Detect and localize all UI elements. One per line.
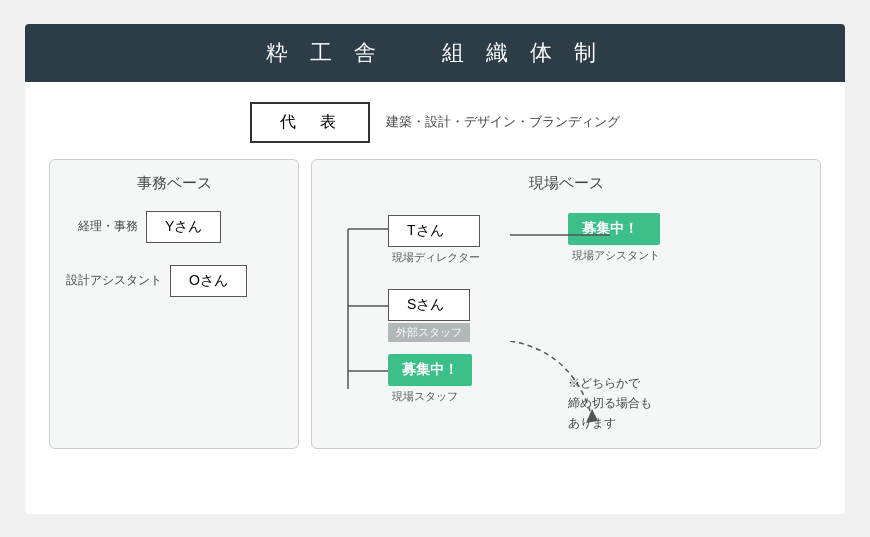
- node-recruit-field: 募集中！ 現場スタッフ: [388, 354, 472, 404]
- node-s: Sさん 外部スタッフ: [388, 289, 470, 342]
- right-content: Tさん 現場ディレクター Sさん 外部スタッフ 募集中！ 現場スタッフ: [328, 211, 804, 434]
- left-namebox-1: Oさん: [170, 265, 247, 297]
- content-area: 代 表 建築・設計・デザイン・ブランディング 事務ベース 経理・事務 Yさん 設…: [25, 82, 845, 465]
- node-t-name: Tさん: [388, 215, 480, 247]
- right-panel-title: 現場ベース: [328, 174, 804, 193]
- node-s-name: Sさん: [388, 289, 470, 321]
- node-recruit-field-label: 募集中！: [388, 354, 472, 386]
- left-item-1: 設計アシスタント Oさん: [66, 265, 282, 297]
- svg-marker-5: [586, 409, 598, 423]
- node-t: Tさん 現場ディレクター: [388, 215, 480, 265]
- node-t-sub: 現場ディレクター: [388, 250, 480, 265]
- left-label-0: 経理・事務: [66, 218, 138, 235]
- daihyo-desc: 建築・設計・デザイン・ブランディング: [386, 113, 620, 131]
- right-panel: 現場ベース: [311, 159, 821, 449]
- left-label-1: 設計アシスタント: [66, 272, 162, 289]
- left-panel: 事務ベース 経理・事務 Yさん 設計アシスタント Oさん: [49, 159, 299, 449]
- left-namebox-0: Yさん: [146, 211, 221, 243]
- node-recruit-field-sub: 現場スタッフ: [388, 389, 472, 404]
- panels-row: 事務ベース 経理・事務 Yさん 設計アシスタント Oさん 現場ベース: [49, 159, 821, 449]
- page-title: 粋 工 舎 組 織 体 制: [25, 24, 845, 82]
- left-panel-title: 事務ベース: [66, 174, 282, 193]
- top-row: 代 表 建築・設計・デザイン・ブランディング: [49, 98, 821, 147]
- left-item-0: 経理・事務 Yさん: [66, 211, 282, 243]
- node-s-sub: 外部スタッフ: [388, 323, 470, 342]
- daihyo-box: 代 表: [250, 102, 370, 143]
- main-container: 粋 工 舎 組 織 体 制 代 表 建築・設計・デザイン・ブランディング 事務ベ…: [25, 24, 845, 514]
